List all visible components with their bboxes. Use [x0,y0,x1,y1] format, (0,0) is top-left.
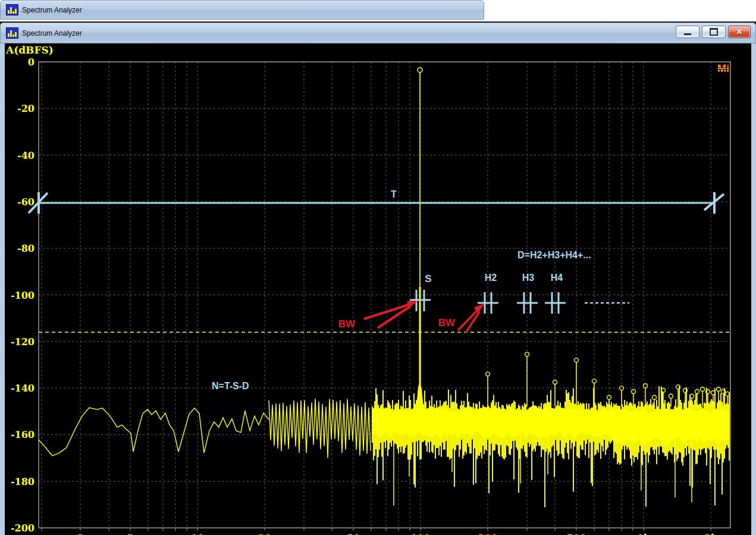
y-tick-label: -20 [17,103,34,114]
spur-circle-marker [669,394,673,398]
y-tick-label: -160 [11,429,34,440]
background-window-title: Spectrum Analyzer [22,6,82,14]
y-tick-label: -120 [11,336,34,348]
y-tick-label: 0 [28,57,34,68]
y-axis-title: A(dBFS) [5,44,54,56]
main-tone-circle-marker [418,68,422,73]
minimize-icon [684,33,691,35]
noise-comb-spikes [372,386,729,507]
y-tick-label: -60 [17,196,34,208]
spectrum-plot[interactable]: A(dBFS) Mi [5,43,751,535]
grid-layer [39,62,730,531]
x-tick-label-cropped: 5 [127,533,133,535]
noise-zigzag-trace [269,399,371,458]
x-tick-label-cropped: 2k [704,533,718,535]
minimize-button[interactable] [676,26,699,38]
background-window: Spectrum Analyzer [0,0,484,20]
background-window-titlebar[interactable]: Spectrum Analyzer [0,0,484,20]
x-tick-label-cropped: 1k [637,533,651,535]
x-tick-label-cropped: 50 [347,533,360,535]
y-tick-label: -200 [11,523,34,534]
spectrum-analyzer-window: Spectrum Analyzer ✕ A(dBFS) Mi [0,21,756,535]
trace-layer [39,68,730,508]
spur-circle-marker [644,384,648,388]
spur-circle-marker [653,395,657,399]
caption-buttons: ✕ [676,26,751,38]
window-titlebar[interactable]: Spectrum Analyzer ✕ [0,23,756,43]
t-line[interactable] [29,192,724,214]
spur-circle-marker [632,389,636,393]
close-button[interactable]: ✕ [728,26,751,38]
desktop: { "back_window": { "title": "Spectrum An… [0,0,756,535]
y-tick-label: -140 [11,383,34,394]
x-tick-label-cropped: 500 [566,533,586,535]
n-formula-label: N=T-S-D [212,381,249,391]
window-title: Spectrum Analyzer [22,29,82,37]
x-tick-label-cropped: 100 [410,533,430,535]
spectrum-bars-icon [6,27,18,39]
annotation-texts: T S H2 H3 H4 D=H2+H3+H4+... N=T-S-D BW B… [212,189,591,391]
maximize-icon [710,28,718,36]
d-formula-label: D=H2+H3+H4+... [517,250,591,260]
y-tick-label: -80 [17,243,34,254]
x-tick-label-cropped: 20 [258,533,271,535]
x-tick-label-cropped: 10 [191,533,204,535]
t-label: T [391,189,397,199]
h2-label: H2 [485,273,497,283]
x-tick-label-cropped: 200 [478,533,497,535]
bw-label-2: BW [438,317,456,328]
h4-label: H4 [551,273,563,283]
y-tick-label: -180 [11,476,34,487]
close-icon: ✕ [736,28,743,36]
maximize-button[interactable] [702,26,726,38]
bw-markers [410,290,566,314]
h3-label: H3 [522,273,535,283]
axis-labels-layer: 0-20-40-60-80-100-120-140-160-180-200351… [11,57,718,535]
spectrum-bars-icon [6,4,18,15]
bw-label-1: BW [338,318,356,330]
y-tick-label: -40 [17,150,34,161]
spur-circle-marker [695,389,699,393]
s-label: S [425,273,431,284]
mi-logo: Mi [717,62,729,74]
y-tick-label: -100 [11,290,34,301]
plot-client-area: A(dBFS) Mi [0,43,756,535]
x-tick-label-cropped: 3 [77,533,83,535]
noise-floor-smooth-trace [39,408,269,456]
